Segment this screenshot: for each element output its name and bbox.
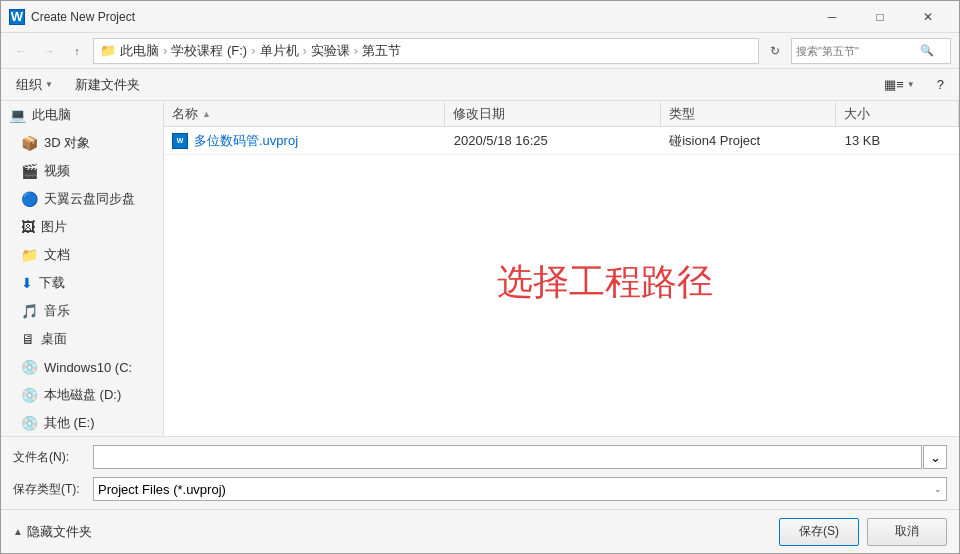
- refresh-button[interactable]: ↻: [763, 39, 787, 63]
- file-name-cell: W 多位数码管.uvproj: [164, 127, 446, 154]
- view-button[interactable]: ▦≡ ▼: [877, 73, 922, 97]
- column-size[interactable]: 大小: [836, 101, 959, 126]
- video-icon: 🎬: [21, 163, 38, 179]
- sidebar-item-downloads[interactable]: ⬇ 下载: [1, 269, 163, 297]
- sidebar-item-docs[interactable]: 📁 文档: [1, 241, 163, 269]
- view-dropdown-icon: ▼: [907, 80, 915, 89]
- filetype-select[interactable]: Project Files (*.uvproj) ⌄: [93, 477, 947, 501]
- table-row[interactable]: W 多位数码管.uvproj 2020/5/18 16:25 碰ision4 P…: [164, 127, 959, 155]
- column-type-label: 类型: [669, 105, 695, 123]
- column-type[interactable]: 类型: [661, 101, 837, 126]
- sidebar-item-win10[interactable]: 💿 Windows10 (C:: [1, 353, 163, 381]
- help-icon: ?: [937, 77, 944, 92]
- cloud-icon: 🔵: [21, 191, 38, 207]
- action-buttons: 保存(S) 取消: [779, 518, 947, 546]
- file-list-header: 名称 ▲ 修改日期 类型 大小: [164, 101, 959, 127]
- sidebar-item-3d[interactable]: 📦 3D 对象: [1, 129, 163, 157]
- filename-input[interactable]: [93, 445, 922, 469]
- sidebar-item-music[interactable]: 🎵 音乐: [1, 297, 163, 325]
- toolbar: 组织 ▼ 新建文件夹 ▦≡ ▼ ?: [1, 69, 959, 101]
- breadcrumb-item-3: 单片机: [260, 42, 299, 60]
- new-folder-label: 新建文件夹: [75, 76, 140, 94]
- title-bar-left: W Create New Project: [9, 9, 135, 25]
- desktop-icon: 🖥: [21, 331, 35, 347]
- minimize-button[interactable]: ─: [809, 3, 855, 31]
- save-button[interactable]: 保存(S): [779, 518, 859, 546]
- column-name[interactable]: 名称 ▲: [164, 101, 445, 126]
- sidebar-item-other-e-label: 其他 (E:): [44, 414, 95, 432]
- music-icon: 🎵: [21, 303, 38, 319]
- cancel-button[interactable]: 取消: [867, 518, 947, 546]
- file-date: 2020/5/18 16:25: [454, 133, 548, 148]
- title-bar-controls: ─ □ ✕: [809, 3, 951, 31]
- collapse-icon: ▲: [13, 526, 23, 537]
- breadcrumb[interactable]: 📁 此电脑 › 学校课程 (F:) › 单片机 › 实验课 › 第五节: [93, 38, 759, 64]
- organize-dropdown-icon: ▼: [45, 80, 53, 89]
- dialog-window: W Create New Project ─ □ ✕ ← → ↑ 📁 此电脑 ›…: [0, 0, 960, 554]
- sidebar-item-local-d[interactable]: 💿 本地磁盘 (D:): [1, 381, 163, 409]
- win10-icon: 💿: [21, 359, 38, 375]
- sidebar-item-desktop[interactable]: 🖥 桌面: [1, 325, 163, 353]
- docs-icon: 📁: [21, 247, 38, 263]
- sidebar-item-cloud[interactable]: 🔵 天翼云盘同步盘: [1, 185, 163, 213]
- watermark-text: 选择工程路径: [497, 257, 713, 306]
- sidebar-item-other-e[interactable]: 💿 其他 (E:): [1, 409, 163, 436]
- uvproj-icon: W: [172, 133, 188, 149]
- sidebar-item-local-d-label: 本地磁盘 (D:): [44, 386, 121, 404]
- column-name-label: 名称: [172, 105, 198, 123]
- file-size: 13 KB: [845, 133, 880, 148]
- filename-row: 文件名(N): ⌄: [13, 443, 947, 471]
- main-content: 💻 此电脑 📦 3D 对象 🎬 视频 🔵 天翼云盘同步盘 🖼 图片 📁: [1, 101, 959, 436]
- filetype-value: Project Files (*.uvproj): [98, 482, 226, 497]
- file-list-area: 名称 ▲ 修改日期 类型 大小 W 多位数码管.uvproj: [164, 101, 959, 436]
- help-button[interactable]: ?: [930, 73, 951, 97]
- sidebar-item-cloud-label: 天翼云盘同步盘: [44, 190, 135, 208]
- computer-icon: 💻: [9, 107, 26, 123]
- sidebar-item-computer[interactable]: 💻 此电脑: [1, 101, 163, 129]
- action-bar: ▲ 隐藏文件夹 保存(S) 取消: [1, 509, 959, 553]
- 3d-icon: 📦: [21, 135, 38, 151]
- file-size-cell: 13 KB: [837, 127, 959, 154]
- filename-dropdown-button[interactable]: ⌄: [923, 445, 947, 469]
- bottom-panel: 文件名(N): ⌄ 保存类型(T): Project Files (*.uvpr…: [1, 436, 959, 509]
- sidebar-item-docs-label: 文档: [44, 246, 70, 264]
- window-title: Create New Project: [31, 10, 135, 24]
- file-date-cell: 2020/5/18 16:25: [446, 127, 661, 154]
- file-list-body[interactable]: W 多位数码管.uvproj 2020/5/18 16:25 碰ision4 P…: [164, 127, 959, 436]
- search-box: 🔍: [791, 38, 951, 64]
- forward-button[interactable]: →: [37, 39, 61, 63]
- close-button[interactable]: ✕: [905, 3, 951, 31]
- local-d-icon: 💿: [21, 387, 38, 403]
- title-bar: W Create New Project ─ □ ✕: [1, 1, 959, 33]
- sidebar-item-video[interactable]: 🎬 视频: [1, 157, 163, 185]
- column-date-label: 修改日期: [453, 105, 505, 123]
- sidebar-item-3d-label: 3D 对象: [44, 134, 90, 152]
- app-icon: W: [9, 9, 25, 25]
- sidebar-item-pictures-label: 图片: [41, 218, 67, 236]
- up-button[interactable]: ↑: [65, 39, 89, 63]
- hide-folders-label: 隐藏文件夹: [27, 523, 92, 541]
- new-folder-button[interactable]: 新建文件夹: [68, 73, 147, 97]
- column-date[interactable]: 修改日期: [445, 101, 660, 126]
- maximize-button[interactable]: □: [857, 3, 903, 31]
- downloads-icon: ⬇: [21, 275, 33, 291]
- sidebar: 💻 此电脑 📦 3D 对象 🎬 视频 🔵 天翼云盘同步盘 🖼 图片 📁: [1, 101, 164, 436]
- file-type: 碰ision4 Project: [669, 132, 760, 150]
- sidebar-item-pictures[interactable]: 🖼 图片: [1, 213, 163, 241]
- search-input[interactable]: [796, 45, 916, 57]
- back-button[interactable]: ←: [9, 39, 33, 63]
- sidebar-item-music-label: 音乐: [44, 302, 70, 320]
- hide-folders-area[interactable]: ▲ 隐藏文件夹: [13, 523, 92, 541]
- breadcrumb-item-2: 学校课程 (F:): [171, 42, 247, 60]
- pictures-icon: 🖼: [21, 219, 35, 235]
- sidebar-item-win10-label: Windows10 (C:: [44, 360, 132, 375]
- address-bar: ← → ↑ 📁 此电脑 › 学校课程 (F:) › 单片机 › 实验课 › 第五…: [1, 33, 959, 69]
- sidebar-item-desktop-label: 桌面: [41, 330, 67, 348]
- sidebar-item-computer-label: 此电脑: [32, 106, 71, 124]
- file-type-cell: 碰ision4 Project: [661, 127, 836, 154]
- other-e-icon: 💿: [21, 415, 38, 431]
- filetype-dropdown-icon: ⌄: [934, 484, 942, 494]
- filetype-label: 保存类型(T):: [13, 481, 93, 498]
- sidebar-item-video-label: 视频: [44, 162, 70, 180]
- organize-button[interactable]: 组织 ▼: [9, 73, 60, 97]
